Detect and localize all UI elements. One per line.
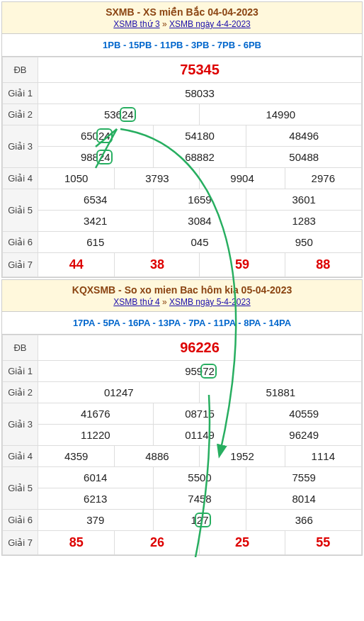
value-g5-4: 7458 [153, 488, 246, 510]
value-g3-2: 40559 [246, 403, 362, 425]
highlight-24: 24 [98, 151, 110, 163]
label-g4: Giải 4 [3, 446, 38, 467]
value-g7-3: 88 [285, 253, 361, 277]
value-g2-0: 01247 [38, 382, 200, 403]
separator-icon: » [162, 19, 167, 29]
label-g7: Giải 7 [3, 531, 38, 555]
value-g2-1: 51881 [200, 382, 362, 403]
label-g6: Giải 6 [3, 510, 38, 531]
label-g5: Giải 5 [3, 189, 38, 232]
row-g6: Giải 6 615 045 950 [3, 232, 362, 253]
value-g5-0: 6014 [38, 467, 154, 488]
label-g3: Giải 3 [3, 403, 38, 446]
label-g1: Giải 1 [3, 361, 38, 382]
results-table: ĐB96226 Giải 195972 Giải 2 01247 51881 G… [2, 335, 362, 555]
row-g3b: 98824 68882 50488 [3, 147, 362, 168]
label-g7: Giải 7 [3, 253, 38, 277]
value-g5-1: 5500 [153, 467, 246, 488]
value-g5-0: 6534 [38, 189, 154, 211]
value-g4-3: 2976 [285, 168, 361, 189]
panel-title: SXMB - XS miền Bắc 04-04-2023 [5, 6, 359, 18]
value-g4-0: 4359 [38, 446, 115, 467]
label-db: ĐB [3, 57, 38, 83]
value-g3-4: 01149 [153, 425, 246, 446]
value-g5-4: 3084 [153, 211, 246, 232]
row-g4: Giải 4 4359 4886 1952 1114 [3, 446, 362, 467]
value-g3-1: 54180 [153, 125, 246, 147]
value-g7-2: 59 [200, 253, 285, 277]
value-g4-0: 1050 [38, 168, 115, 189]
label-g1: Giải 1 [3, 83, 38, 104]
value-g3-1: 08715 [153, 403, 246, 425]
value-db: 96226 [38, 335, 362, 361]
row-g2: Giải 2 53624 14990 [3, 104, 362, 125]
value-g7-3: 55 [285, 531, 361, 555]
value-g7-0: 44 [38, 253, 115, 277]
value-g4-1: 4886 [115, 446, 200, 467]
row-g1: Giải 158033 [3, 83, 362, 104]
value-db: 75345 [38, 57, 362, 83]
label-g3: Giải 3 [3, 125, 38, 168]
value-g3-5: 96249 [246, 425, 362, 446]
row-g3b: 11220 01149 96249 [3, 425, 362, 446]
row-g1: Giải 195972 [3, 361, 362, 382]
value-g3-0: 41676 [38, 403, 154, 425]
row-g5a: Giải 5 6534 1659 3601 [3, 189, 362, 211]
value-g4-3: 1114 [285, 446, 361, 467]
panel-header: SXMB - XS miền Bắc 04-04-2023 XSMB thứ 3… [2, 2, 362, 34]
value-g7-1: 26 [115, 531, 200, 555]
panel-links: XSMB thứ 4 » XSMB ngày 5-4-2023 [5, 297, 359, 307]
value-g2-1: 14990 [200, 104, 362, 125]
value-g3-0: 65024 [38, 125, 154, 147]
label-g4: Giải 4 [3, 168, 38, 189]
highlight-27: 27 [197, 514, 209, 526]
value-g6-1: 045 [153, 232, 246, 253]
results-table: ĐB75345 Giải 158033 Giải 2 53624 14990 G… [2, 57, 362, 277]
row-g5b: 3421 3084 1283 [3, 211, 362, 232]
value-g5-3: 6213 [38, 488, 154, 510]
link-date[interactable]: XSMB ngày 4-4-2023 [169, 19, 251, 29]
value-g4-1: 3793 [115, 168, 200, 189]
label-g2: Giải 2 [3, 104, 38, 125]
value-g3-2: 48496 [246, 125, 362, 147]
row-g7: Giải 7 44 38 59 88 [3, 253, 362, 277]
value-g3-3: 11220 [38, 425, 154, 446]
codes-row: 1PB - 15PB - 11PB - 3PB - 7PB - 6PB [2, 34, 362, 57]
value-g2-0: 53624 [38, 104, 200, 125]
value-g6-1: 127 [153, 510, 246, 531]
value-g5-5: 1283 [246, 211, 362, 232]
value-g5-2: 3601 [246, 189, 362, 211]
label-g6: Giải 6 [3, 232, 38, 253]
value-g5-1: 1659 [153, 189, 246, 211]
value-g5-3: 3421 [38, 211, 154, 232]
label-g2: Giải 2 [3, 382, 38, 403]
row-db: ĐB96226 [3, 335, 362, 361]
value-g1: 95972 [38, 361, 362, 382]
value-g5-2: 7559 [246, 467, 362, 488]
row-g4: Giải 4 1050 3793 9904 2976 [3, 168, 362, 189]
value-g1: 58033 [38, 83, 362, 104]
label-g5: Giải 5 [3, 467, 38, 510]
link-date[interactable]: XSMB ngày 5-4-2023 [169, 297, 251, 307]
panel-links: XSMB thứ 3 » XSMB ngày 4-4-2023 [5, 19, 359, 29]
value-g7-0: 85 [38, 531, 115, 555]
row-g7: Giải 7 85 26 25 55 [3, 531, 362, 555]
value-g6-0: 379 [38, 510, 154, 531]
row-g3a: Giải 3 65024 54180 48496 [3, 125, 362, 147]
panel-title: KQXSMB - So xo mien Bac hôm kia 05-04-20… [5, 284, 359, 296]
value-g6-0: 615 [38, 232, 154, 253]
row-g2: Giải 2 01247 51881 [3, 382, 362, 403]
value-g3-3: 98824 [38, 147, 154, 168]
highlight-24: 24 [98, 130, 110, 142]
lottery-panel-1: SXMB - XS miền Bắc 04-04-2023 XSMB thứ 3… [1, 1, 363, 278]
link-day[interactable]: XSMB thứ 3 [113, 19, 159, 29]
link-day[interactable]: XSMB thứ 4 [113, 297, 159, 307]
row-g3a: Giải 3 41676 08715 40559 [3, 403, 362, 425]
value-g3-4: 68882 [153, 147, 246, 168]
row-g5a: Giải 5 6014 5500 7559 [3, 467, 362, 488]
value-g4-2: 1952 [200, 446, 285, 467]
value-g6-2: 366 [246, 510, 362, 531]
separator-icon: » [162, 297, 167, 307]
highlight-24: 24 [122, 108, 134, 121]
codes-row: 17PA - 5PA - 16PA - 13PA - 7PA - 11PA - … [2, 312, 362, 335]
